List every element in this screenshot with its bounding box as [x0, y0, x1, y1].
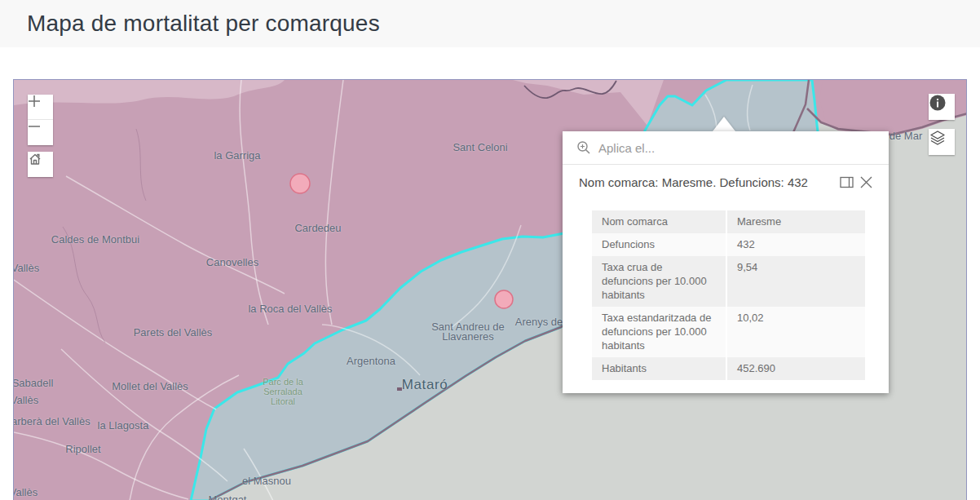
app-page: Mapa de mortalitat per comarques: [0, 0, 980, 500]
zoom-to-button[interactable]: Aplica el...: [563, 131, 889, 165]
table-row: Taxa estandaritzada de defuncions per 10…: [592, 307, 865, 357]
close-icon: [859, 175, 873, 189]
close-button[interactable]: [856, 173, 876, 192]
zoom-to-magnifier-icon: [576, 140, 591, 155]
home-button[interactable]: [28, 152, 53, 177]
minus-icon: [28, 120, 41, 133]
map-point-marker[interactable]: [495, 290, 513, 308]
attribute-label: Nom comarca: [592, 210, 726, 233]
page-title: Mapa de mortalitat per comarques: [0, 11, 380, 37]
attribute-value: Maresme: [726, 210, 865, 233]
page-header: Mapa de mortalitat per comarques: [0, 0, 980, 47]
zoom-out-button[interactable]: [28, 120, 53, 145]
attribute-value: 10,02: [726, 307, 865, 357]
table-row: Nom comarca Maresme: [592, 210, 865, 233]
info-button[interactable]: [929, 94, 955, 120]
attribute-label: Taxa estandaritzada de defuncions per 10…: [592, 307, 726, 357]
attribute-value: 432: [726, 233, 865, 256]
dock-button[interactable]: [837, 173, 856, 192]
dock-icon: [840, 176, 854, 188]
attribute-value: 9,54: [726, 256, 865, 307]
info-icon: [929, 94, 947, 112]
map-building-mark: [397, 387, 402, 391]
layers-icon: [929, 129, 947, 147]
popup-attribute-table: Nom comarca Maresme Defuncions 432 Taxa …: [563, 200, 889, 380]
attribute-label: Defuncions: [592, 233, 726, 256]
feature-popup: Aplica el... Nom comarca: Maresme. Defun…: [563, 131, 889, 393]
popup-header: Nom comarca: Maresme. Defuncions: 432: [563, 165, 889, 200]
attribute-label: Habitants: [592, 357, 726, 380]
attribute-label: Taxa crua de defuncions per 10.000 habit…: [592, 256, 726, 307]
plus-icon: [28, 95, 41, 108]
popup-pointer: [713, 117, 735, 131]
zoom-to-label: Aplica el...: [598, 141, 655, 155]
map-point-marker[interactable]: [290, 174, 310, 193]
table-row: Defuncions 432: [592, 233, 865, 256]
table-row: Habitants 452.690: [592, 357, 865, 380]
zoom-in-button[interactable]: [28, 95, 53, 120]
home-icon: [28, 152, 42, 166]
table-row: Taxa crua de defuncions per 10.000 habit…: [592, 256, 865, 307]
zoom-control-group: [28, 95, 53, 145]
layers-button[interactable]: [929, 129, 955, 155]
popup-title: Nom comarca: Maresme. Defuncions: 432: [579, 175, 837, 189]
attribute-value: 452.690: [726, 357, 865, 380]
